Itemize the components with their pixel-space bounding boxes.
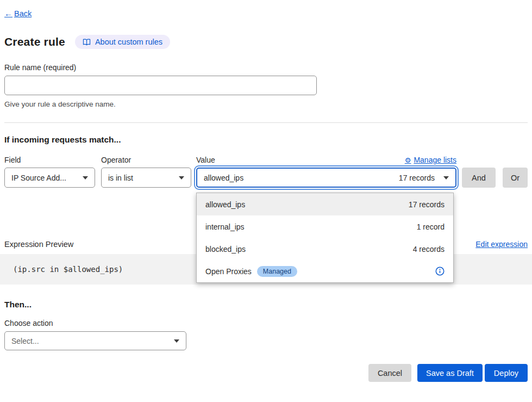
cancel-button[interactable]: Cancel — [368, 364, 411, 382]
about-custom-rules-label: About custom rules — [95, 38, 162, 46]
action-selected-value: Select... — [11, 337, 39, 345]
deploy-button[interactable]: Deploy — [485, 364, 528, 382]
info-icon[interactable] — [435, 267, 445, 276]
or-button[interactable]: Or — [503, 168, 528, 188]
expression-preview-label: Expression Preview — [4, 240, 73, 249]
field-selected-value: IP Source Add... — [11, 174, 66, 182]
about-custom-rules-link[interactable]: About custom rules — [75, 35, 170, 49]
operator-selected-value: is in list — [108, 174, 133, 182]
value-selected-value: allowed_ips — [204, 174, 243, 182]
chevron-down-icon — [443, 176, 449, 180]
value-label: Value — [196, 156, 215, 164]
title-row: Create rule About custom rules — [4, 35, 528, 49]
action-select[interactable]: Select... — [4, 331, 186, 350]
list-name: Open Proxies — [205, 267, 252, 276]
field-select[interactable]: IP Source Add... — [4, 168, 95, 188]
dropdown-item-open-proxies[interactable]: Open Proxies Managed — [197, 260, 453, 282]
rule-name-helper: Give your rule a descriptive name. — [4, 100, 528, 108]
edit-expression-link[interactable]: Edit expression — [475, 240, 528, 249]
back-label: Back — [14, 9, 32, 18]
chevron-down-icon — [83, 176, 88, 180]
chevron-down-icon — [174, 339, 179, 343]
list-name: blocked_ips — [205, 245, 246, 253]
dropdown-item-internal-ips[interactable]: internal_ips 1 record — [197, 215, 453, 238]
value-select-wrap: allowed_ips 17 records allowed_ips 17 re… — [196, 168, 456, 188]
create-rule-page: ← Back Create rule About custom rules Ru… — [0, 0, 532, 402]
then-section-heading: Then... — [4, 300, 528, 310]
list-record-count: 4 records — [413, 245, 445, 253]
book-icon — [83, 39, 91, 46]
save-as-draft-button[interactable]: Save as Draft — [417, 364, 483, 382]
match-section-heading: If incoming requests match... — [4, 135, 528, 145]
page-title: Create rule — [4, 35, 65, 48]
footer-actions: Cancel Save as Draft Deploy — [4, 364, 528, 382]
operator-select[interactable]: is in list — [101, 168, 191, 188]
back-arrow-icon: ← — [4, 9, 12, 18]
rule-name-input[interactable] — [4, 76, 317, 95]
list-name: allowed_ips — [205, 200, 245, 209]
manage-lists-link[interactable]: ⚙ Manage lists — [405, 156, 456, 164]
managed-badge: Managed — [257, 266, 297, 277]
operator-label: Operator — [101, 156, 196, 164]
gear-icon: ⚙ — [405, 156, 411, 164]
match-controls-row: IP Source Add... is in list allowed_ips … — [4, 168, 528, 188]
dropdown-item-allowed-ips[interactable]: allowed_ips 17 records — [197, 193, 453, 215]
list-record-count: 1 record — [417, 222, 445, 231]
rule-name-label: Rule name (required) — [4, 63, 528, 72]
and-button[interactable]: And — [462, 168, 496, 188]
section-divider — [4, 122, 528, 123]
choose-action-label: Choose action — [4, 319, 528, 327]
value-records-count: 17 records — [399, 174, 435, 182]
lists-dropdown-menu: allowed_ips 17 records internal_ips 1 re… — [196, 193, 454, 283]
list-name: internal_ips — [205, 222, 245, 231]
value-select[interactable]: allowed_ips 17 records — [196, 168, 456, 188]
chevron-down-icon — [179, 176, 184, 180]
list-record-count: 17 records — [409, 200, 445, 209]
rule-name-block: Rule name (required) Give your rule a de… — [4, 63, 528, 108]
back-link[interactable]: ← Back — [4, 9, 32, 18]
expression-code: (ip.src in $allowed_ips) — [13, 265, 123, 274]
manage-lists-label: Manage lists — [414, 156, 456, 164]
field-label: Field — [4, 156, 101, 164]
match-labels-row: Field Operator Value ⚙ Manage lists — [4, 156, 528, 164]
dropdown-item-blocked-ips[interactable]: blocked_ips 4 records — [197, 238, 453, 260]
